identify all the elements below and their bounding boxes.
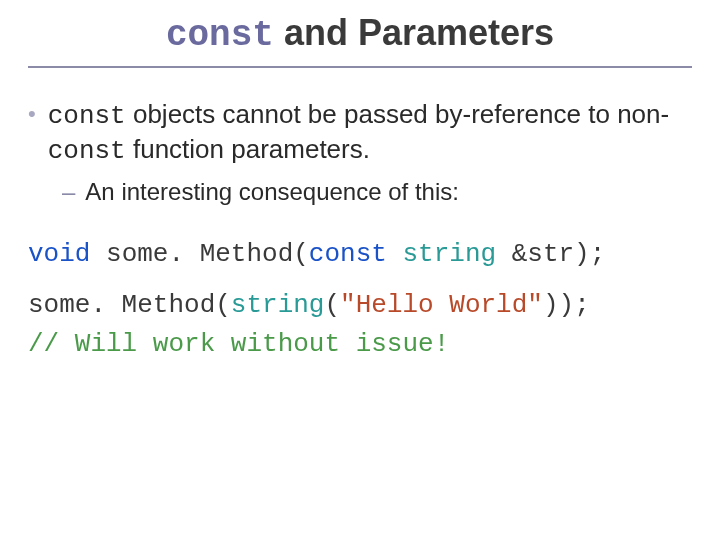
code1-space xyxy=(387,239,403,269)
bullet-mid-1: objects cannot be passed by-reference to… xyxy=(126,99,669,129)
sub-dash-icon: – xyxy=(62,177,75,207)
bullet-mid-2: function parameters. xyxy=(126,134,370,164)
title-rest: and Parameters xyxy=(274,12,554,53)
code1-tail: &str); xyxy=(496,239,605,269)
bullet-item: • const objects cannot be passed by-refe… xyxy=(28,98,692,167)
code2-method: some. Method( xyxy=(28,290,231,320)
code2-string: string xyxy=(231,290,325,320)
sub-bullet-text: An interesting consequence of this: xyxy=(85,177,459,207)
code1-string: string xyxy=(402,239,496,269)
title-const-keyword: const xyxy=(166,15,274,56)
code1-const: const xyxy=(309,239,387,269)
bullet-text: const objects cannot be passed by-refere… xyxy=(48,98,692,167)
bullet-const-1: const xyxy=(48,101,126,131)
code-line-1: void some. Method(const string &str); xyxy=(28,235,692,274)
code-line-2: some. Method(string("Hello World")); // … xyxy=(28,286,692,364)
slide-title: const and Parameters xyxy=(28,12,692,68)
sub-bullet-item: – An interesting consequence of this: xyxy=(62,177,692,207)
bullet-dot-icon: • xyxy=(28,100,36,128)
code1-method: some. Method( xyxy=(90,239,308,269)
code2-literal: "Hello World" xyxy=(340,290,543,320)
bullet-const-2: const xyxy=(48,136,126,166)
code3-comment: // Will work without issue! xyxy=(28,329,449,359)
code1-void: void xyxy=(28,239,90,269)
code2-lparen: ( xyxy=(324,290,340,320)
code2-tail: )); xyxy=(543,290,590,320)
